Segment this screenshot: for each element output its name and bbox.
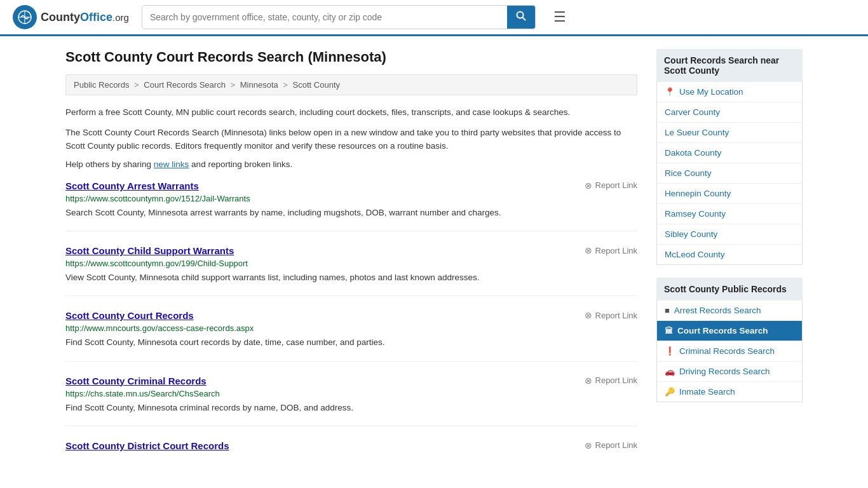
result-header: Scott County Child Support Warrants ⊗ Re… (65, 245, 637, 256)
result-title-0[interactable]: Scott County Arrest Warrants (65, 180, 199, 191)
nearby-county-item-5[interactable]: Hennepin County (657, 184, 802, 204)
logo-icon (13, 5, 37, 29)
logo-text: CountyOffice.org (41, 11, 129, 24)
result-title-3[interactable]: Scott County Criminal Records (65, 376, 207, 386)
result-desc-0: Search Scott County, Minnesota arrest wa… (65, 207, 637, 219)
records-item-3[interactable]: 🚗Driving Records Search (657, 362, 802, 382)
report-icon-4: ⊗ (585, 440, 592, 451)
search-button[interactable] (507, 6, 535, 29)
breadcrumb-sep2: > (231, 80, 238, 90)
nearby-county-item-2[interactable]: Le Sueur County (657, 123, 802, 143)
help-text-before: Help others by sharing (65, 159, 154, 169)
breadcrumb-public-records[interactable]: Public Records (74, 80, 129, 90)
records-item-4[interactable]: 🔑Inmate Search (657, 382, 802, 402)
breadcrumb-minnesota[interactable]: Minnesota (240, 80, 278, 90)
page-title: Scott County Court Records Search (Minne… (65, 49, 637, 65)
records-icon-0: ■ (665, 306, 670, 315)
breadcrumb: Public Records > Court Records Search > … (65, 74, 637, 95)
records-section-header: Scott County Public Records (656, 278, 803, 301)
svg-line-4 (522, 18, 526, 21)
records-item-label-3: Driving Records Search (679, 367, 770, 376)
hamburger-menu-button[interactable]: ☰ (548, 8, 571, 27)
records-item-label-0: Arrest Records Search (674, 306, 761, 315)
svg-point-3 (517, 12, 523, 18)
nearby-item-label-3: Dakota County (665, 148, 721, 158)
results-container: Scott County Arrest Warrants ⊗ Report Li… (65, 180, 637, 465)
nearby-list: 📍Use My LocationCarver CountyLe Sueur Co… (656, 82, 803, 265)
nearby-item-label-6: Ramsey County (665, 209, 726, 219)
new-links-link[interactable]: new links (154, 159, 189, 169)
report-link-button-1[interactable]: ⊗ Report Link (585, 245, 637, 255)
result-header: Scott County Arrest Warrants ⊗ Report Li… (65, 180, 637, 191)
nearby-county-item-8[interactable]: McLeod County (657, 245, 802, 264)
site-header: CountyOffice.org ☰ (0, 0, 868, 36)
nearby-section: Court Records Search near Scott County 📍… (656, 49, 803, 265)
report-icon-0: ⊗ (585, 180, 592, 191)
report-link-label-0: Report Link (595, 180, 637, 190)
report-link-button-3[interactable]: ⊗ Report Link (585, 376, 637, 386)
report-icon-1: ⊗ (585, 245, 592, 255)
result-item: Scott County Arrest Warrants ⊗ Report Li… (65, 180, 637, 231)
nearby-section-header: Court Records Search near Scott County (656, 49, 803, 82)
report-link-label-4: Report Link (595, 440, 637, 450)
report-link-button-0[interactable]: ⊗ Report Link (585, 180, 637, 191)
result-desc-2: Find Scott County, Minnesota court recor… (65, 336, 637, 349)
result-title-1[interactable]: Scott County Child Support Warrants (65, 245, 234, 256)
result-item: Scott County Court Records ⊗ Report Link… (65, 310, 637, 361)
report-link-button-4[interactable]: ⊗ Report Link (585, 440, 637, 451)
use-my-location-item[interactable]: 📍Use My Location (657, 82, 802, 102)
result-title-2[interactable]: Scott County Court Records (65, 310, 194, 321)
search-bar (142, 5, 536, 29)
records-item-0[interactable]: ■Arrest Records Search (657, 301, 802, 321)
nearby-item-label-0: Use My Location (679, 87, 743, 97)
result-header: Scott County Court Records ⊗ Report Link (65, 310, 637, 321)
result-desc-3: Find Scott County, Minnesota criminal re… (65, 402, 637, 414)
records-item-2[interactable]: ❗Criminal Records Search (657, 341, 802, 362)
sidebar: Court Records Search near Scott County 📍… (656, 49, 803, 479)
records-item-label-2: Criminal Records Search (679, 346, 775, 356)
nearby-county-item-1[interactable]: Carver County (657, 102, 802, 123)
result-title-4[interactable]: Scott County District Court Records (65, 440, 229, 451)
search-input[interactable] (142, 6, 507, 29)
report-link-button-2[interactable]: ⊗ Report Link (585, 310, 637, 320)
records-icon-2: ❗ (665, 346, 675, 356)
nearby-item-label-1: Carver County (665, 107, 720, 117)
result-item: Scott County District Court Records ⊗ Re… (65, 440, 637, 465)
description-2: The Scott County Court Records Search (M… (65, 126, 637, 153)
nearby-county-item-7[interactable]: Sibley County (657, 224, 802, 245)
breadcrumb-court-records[interactable]: Court Records Search (144, 80, 226, 90)
records-item-1[interactable]: 🏛Court Records Search (657, 321, 802, 341)
nearby-item-label-8: McLeod County (665, 250, 725, 259)
nearby-item-label-7: Sibley County (665, 229, 717, 239)
result-desc-1: View Scott County, Minnesota child suppo… (65, 271, 637, 284)
result-item: Scott County Child Support Warrants ⊗ Re… (65, 245, 637, 296)
nearby-county-item-3[interactable]: Dakota County (657, 143, 802, 163)
result-url-1[interactable]: https://www.scottcountymn.gov/199/Child-… (65, 259, 637, 268)
records-section: Scott County Public Records ■Arrest Reco… (656, 278, 803, 402)
records-icon-4: 🔑 (665, 387, 675, 396)
report-link-label-3: Report Link (595, 376, 637, 385)
report-icon-3: ⊗ (585, 376, 592, 386)
nearby-item-label-4: Rice County (665, 168, 712, 178)
records-item-label-4: Inmate Search (679, 387, 735, 396)
breadcrumb-sep1: > (134, 80, 141, 90)
nearby-item-label-5: Hennepin County (665, 189, 731, 198)
result-url-2[interactable]: http://www.mncourts.gov/access-case-reco… (65, 323, 637, 333)
report-link-label-2: Report Link (595, 311, 637, 320)
records-icon-1: 🏛 (665, 326, 673, 336)
site-logo[interactable]: CountyOffice.org (13, 5, 129, 29)
report-icon-2: ⊗ (585, 310, 592, 320)
nearby-county-item-6[interactable]: Ramsey County (657, 204, 802, 224)
nearby-county-item-4[interactable]: Rice County (657, 163, 802, 184)
help-text: Help others by sharing new links and rep… (65, 159, 637, 169)
result-header: Scott County Criminal Records ⊗ Report L… (65, 376, 637, 386)
pin-icon: 📍 (665, 87, 675, 97)
result-url-3[interactable]: https://chs.state.mn.us/Search/ChsSearch (65, 389, 637, 398)
help-text-after: and reporting broken links. (189, 159, 292, 169)
main-container: Scott County Court Records Search (Minne… (53, 36, 815, 488)
result-header: Scott County District Court Records ⊗ Re… (65, 440, 637, 451)
records-item-label-1: Court Records Search (677, 326, 768, 336)
result-url-0[interactable]: https://www.scottcountymn.gov/1512/Jail-… (65, 194, 637, 203)
breadcrumb-scott-county[interactable]: Scott County (293, 80, 340, 90)
breadcrumb-sep3: > (283, 80, 290, 90)
